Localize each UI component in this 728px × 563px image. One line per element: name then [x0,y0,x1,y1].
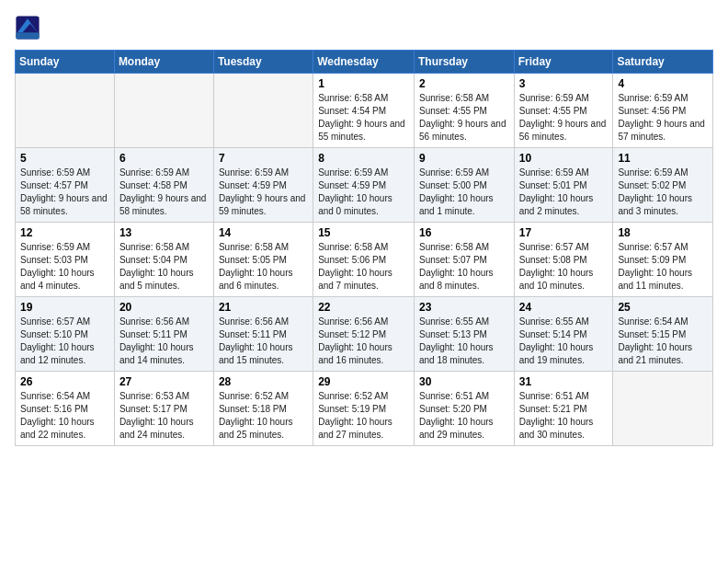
day-header-sunday: Sunday [16,51,115,74]
day-number: 19 [20,301,109,314]
day-info: Sunrise: 6:52 AMSunset: 5:18 PMDaylight:… [219,390,308,442]
day-info: Sunrise: 6:57 AMSunset: 5:10 PMDaylight:… [20,316,109,367]
day-cell: 28Sunrise: 6:52 AMSunset: 5:18 PMDayligh… [213,372,313,446]
day-cell: 22Sunrise: 6:56 AMSunset: 5:12 PMDayligh… [313,297,415,372]
day-number: 10 [519,152,609,165]
day-info: Sunrise: 6:59 AMSunset: 5:02 PMDaylight:… [618,167,708,218]
day-info: Sunrise: 6:57 AMSunset: 5:09 PMDaylight:… [618,241,708,293]
day-number: 8 [318,152,409,165]
day-number: 6 [119,152,209,165]
day-number: 21 [219,301,308,314]
day-cell [613,372,713,446]
day-number: 5 [20,152,109,165]
day-number: 7 [219,152,308,165]
day-number: 25 [618,301,708,314]
day-number: 9 [419,152,509,165]
day-header-thursday: Thursday [414,51,514,74]
day-number: 4 [618,77,708,90]
day-number: 28 [219,375,308,388]
day-cell [213,74,313,148]
week-row-2: 5Sunrise: 6:59 AMSunset: 4:57 PMDaylight… [16,148,713,223]
day-cell: 18Sunrise: 6:57 AMSunset: 5:09 PMDayligh… [613,223,713,297]
logo-icon [15,15,40,40]
day-cell: 1Sunrise: 6:58 AMSunset: 4:54 PMDaylight… [313,74,415,148]
day-info: Sunrise: 6:59 AMSunset: 5:00 PMDaylight:… [419,167,509,218]
day-cell: 7Sunrise: 6:59 AMSunset: 4:59 PMDaylight… [213,148,313,223]
day-number: 26 [20,375,109,388]
day-info: Sunrise: 6:59 AMSunset: 4:59 PMDaylight:… [318,167,409,218]
day-number: 12 [20,226,109,239]
day-number: 24 [519,301,609,314]
day-cell: 12Sunrise: 6:59 AMSunset: 5:03 PMDayligh… [16,223,115,297]
day-number: 20 [119,301,209,314]
day-cell: 26Sunrise: 6:54 AMSunset: 5:16 PMDayligh… [16,372,115,446]
day-info: Sunrise: 6:59 AMSunset: 5:01 PMDaylight:… [519,167,609,218]
day-cell: 29Sunrise: 6:52 AMSunset: 5:19 PMDayligh… [313,372,415,446]
header [15,15,713,40]
day-info: Sunrise: 6:58 AMSunset: 4:55 PMDaylight:… [419,92,509,144]
day-cell: 16Sunrise: 6:58 AMSunset: 5:07 PMDayligh… [414,223,514,297]
day-cell: 8Sunrise: 6:59 AMSunset: 4:59 PMDaylight… [313,148,415,223]
day-number: 29 [318,375,409,388]
day-number: 3 [519,77,609,90]
week-row-1: 1Sunrise: 6:58 AMSunset: 4:54 PMDaylight… [16,74,713,148]
day-number: 2 [419,77,509,90]
day-info: Sunrise: 6:53 AMSunset: 5:17 PMDaylight:… [119,390,209,442]
day-number: 1 [318,77,409,90]
week-row-5: 26Sunrise: 6:54 AMSunset: 5:16 PMDayligh… [16,372,713,446]
day-cell: 31Sunrise: 6:51 AMSunset: 5:21 PMDayligh… [514,372,613,446]
day-info: Sunrise: 6:59 AMSunset: 4:58 PMDaylight:… [119,167,209,218]
day-info: Sunrise: 6:58 AMSunset: 5:06 PMDaylight:… [318,241,409,293]
day-info: Sunrise: 6:59 AMSunset: 4:57 PMDaylight:… [20,167,109,218]
day-number: 23 [419,301,509,314]
day-info: Sunrise: 6:56 AMSunset: 5:12 PMDaylight:… [318,316,409,367]
day-info: Sunrise: 6:56 AMSunset: 5:11 PMDaylight:… [219,316,308,367]
day-cell: 9Sunrise: 6:59 AMSunset: 5:00 PMDaylight… [414,148,514,223]
day-header-tuesday: Tuesday [213,51,313,74]
day-info: Sunrise: 6:59 AMSunset: 5:03 PMDaylight:… [20,241,109,293]
week-row-4: 19Sunrise: 6:57 AMSunset: 5:10 PMDayligh… [16,297,713,372]
day-cell: 4Sunrise: 6:59 AMSunset: 4:56 PMDaylight… [613,74,713,148]
day-cell: 17Sunrise: 6:57 AMSunset: 5:08 PMDayligh… [514,223,613,297]
day-info: Sunrise: 6:58 AMSunset: 5:05 PMDaylight:… [219,241,308,293]
day-info: Sunrise: 6:55 AMSunset: 5:13 PMDaylight:… [419,316,509,367]
day-info: Sunrise: 6:59 AMSunset: 4:56 PMDaylight:… [618,92,708,144]
day-info: Sunrise: 6:59 AMSunset: 4:59 PMDaylight:… [219,167,308,218]
day-number: 11 [618,152,708,165]
day-cell: 25Sunrise: 6:54 AMSunset: 5:15 PMDayligh… [613,297,713,372]
calendar-table: SundayMondayTuesdayWednesdayThursdayFrid… [15,50,713,446]
day-cell [16,74,115,148]
day-cell: 5Sunrise: 6:59 AMSunset: 4:57 PMDaylight… [16,148,115,223]
day-number: 30 [419,375,509,388]
day-number: 27 [119,375,209,388]
day-cell: 23Sunrise: 6:55 AMSunset: 5:13 PMDayligh… [414,297,514,372]
day-info: Sunrise: 6:54 AMSunset: 5:15 PMDaylight:… [618,316,708,367]
day-cell: 15Sunrise: 6:58 AMSunset: 5:06 PMDayligh… [313,223,415,297]
day-info: Sunrise: 6:51 AMSunset: 5:20 PMDaylight:… [419,390,509,442]
week-row-3: 12Sunrise: 6:59 AMSunset: 5:03 PMDayligh… [16,223,713,297]
day-number: 31 [519,375,609,388]
day-cell: 11Sunrise: 6:59 AMSunset: 5:02 PMDayligh… [613,148,713,223]
day-cell: 20Sunrise: 6:56 AMSunset: 5:11 PMDayligh… [114,297,213,372]
day-number: 22 [318,301,409,314]
day-number: 17 [519,226,609,239]
day-number: 14 [219,226,308,239]
day-info: Sunrise: 6:54 AMSunset: 5:16 PMDaylight:… [20,390,109,442]
svg-rect-3 [16,33,39,40]
day-cell: 10Sunrise: 6:59 AMSunset: 5:01 PMDayligh… [514,148,613,223]
page: SundayMondayTuesdayWednesdayThursdayFrid… [0,0,728,563]
day-cell: 21Sunrise: 6:56 AMSunset: 5:11 PMDayligh… [213,297,313,372]
day-cell: 24Sunrise: 6:55 AMSunset: 5:14 PMDayligh… [514,297,613,372]
day-cell: 13Sunrise: 6:58 AMSunset: 5:04 PMDayligh… [114,223,213,297]
logo-area [15,15,44,40]
day-info: Sunrise: 6:52 AMSunset: 5:19 PMDaylight:… [318,390,409,442]
day-cell: 14Sunrise: 6:58 AMSunset: 5:05 PMDayligh… [213,223,313,297]
day-cell [114,74,213,148]
day-cell: 19Sunrise: 6:57 AMSunset: 5:10 PMDayligh… [16,297,115,372]
day-cell: 6Sunrise: 6:59 AMSunset: 4:58 PMDaylight… [114,148,213,223]
day-info: Sunrise: 6:57 AMSunset: 5:08 PMDaylight:… [519,241,609,293]
day-cell: 30Sunrise: 6:51 AMSunset: 5:20 PMDayligh… [414,372,514,446]
day-header-monday: Monday [114,51,213,74]
day-info: Sunrise: 6:55 AMSunset: 5:14 PMDaylight:… [519,316,609,367]
day-info: Sunrise: 6:58 AMSunset: 4:54 PMDaylight:… [318,92,409,144]
